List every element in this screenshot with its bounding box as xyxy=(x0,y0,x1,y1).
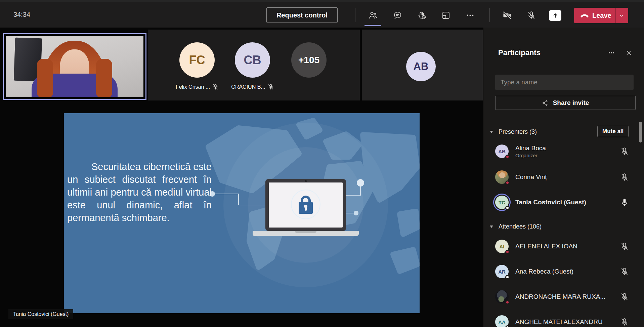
raise-hand-icon xyxy=(417,11,426,20)
status-busy-dot xyxy=(505,300,510,304)
mute-all-button[interactable]: Mute all xyxy=(597,126,629,137)
panel-close-button[interactable] xyxy=(624,48,634,58)
rooms-icon xyxy=(441,11,450,20)
avatar: CB xyxy=(235,42,270,78)
participant-tile-label: CRĂCIUN B... xyxy=(231,84,274,90)
avatar-initials: AB xyxy=(414,60,429,73)
overflow-count-avatar[interactable]: +105 xyxy=(291,42,327,78)
person-hair xyxy=(37,59,53,97)
mic-muted-icon[interactable] xyxy=(620,147,629,156)
share-screen-button[interactable] xyxy=(549,10,561,21)
participant-name: ANDRONACHE MARA RUXA... xyxy=(515,293,620,300)
breakout-rooms-icon-button[interactable] xyxy=(438,7,453,23)
more-actions-button[interactable] xyxy=(463,7,477,23)
avatar-photo xyxy=(495,290,509,303)
participant-name: ANGHEL MATEI ALEXANDRU xyxy=(515,318,620,326)
mic-on-icon[interactable] xyxy=(620,198,629,207)
mic-muted-icon[interactable] xyxy=(620,173,629,181)
overflow-count: +105 xyxy=(298,55,319,66)
participant-row[interactable]: TC Tania Costovici (Guest) xyxy=(483,190,636,214)
scrollbar-thumb[interactable] xyxy=(639,122,642,142)
mic-muted-icon[interactable] xyxy=(620,267,629,276)
share-icon xyxy=(542,99,549,107)
more-dots-icon xyxy=(608,49,615,56)
meeting-stage: FC CB +105 Felix Crisan ... CRĂCIUN B...… xyxy=(0,28,483,327)
chevron-down-icon[interactable] xyxy=(618,12,625,19)
participant-tile-label: Felix Crisan ... xyxy=(176,84,219,90)
avatar-initials: TC xyxy=(499,200,505,205)
meeting-toolbar: 34:34 Request control Leave xyxy=(0,0,644,28)
mic-muted-icon[interactable] xyxy=(620,242,629,251)
panel-more-button[interactable] xyxy=(606,48,616,58)
chevron-down-icon xyxy=(490,131,493,133)
participant-row[interactable]: AA ANGHEL MATEI ALEXANDRU xyxy=(483,310,636,327)
avatar-tile-ab[interactable]: AB xyxy=(362,30,483,100)
participant-name: Alina Boca xyxy=(515,145,620,152)
participant-row[interactable]: AR Ana Rebeca (Guest) xyxy=(483,259,636,284)
presenter-name-overlay: Tania Costovici (Guest) xyxy=(8,309,73,319)
toolbar-divider xyxy=(355,8,355,22)
avatar-speaking: TC xyxy=(495,196,509,209)
avatar: AA xyxy=(495,315,509,327)
participant-name: Ana Rebeca (Guest) xyxy=(515,268,620,275)
participant-name: Tania Costovici (Guest) xyxy=(515,199,620,206)
chat-icon xyxy=(393,11,402,20)
avatar-initials: AR xyxy=(498,269,506,275)
participant-row[interactable]: Corina Vinț xyxy=(483,165,636,189)
avatar-tile-group[interactable]: FC CB +105 Felix Crisan ... CRĂCIUN B... xyxy=(148,30,360,100)
avatar: AI xyxy=(495,240,509,253)
shared-screen-slide: Securitatea cibernetică este un subiect … xyxy=(64,113,420,313)
reactions-icon-button[interactable] xyxy=(414,7,429,23)
share-invite-button[interactable]: Share invite xyxy=(495,96,636,110)
status-dot xyxy=(505,206,510,210)
avatar-photo xyxy=(495,170,509,184)
leave-button[interactable]: Leave xyxy=(574,8,628,23)
avatar: AB xyxy=(495,145,509,158)
camera-toggle-button[interactable] xyxy=(500,7,514,23)
mic-muted-icon xyxy=(268,84,274,90)
upload-arrow-icon xyxy=(552,12,559,19)
avatar-initials: AI xyxy=(500,244,505,249)
status-dot xyxy=(505,275,510,279)
status-busy-dot xyxy=(505,250,510,254)
participants-panel: Participants Share invite Presenters (3)… xyxy=(483,28,644,327)
avatar: AR xyxy=(495,265,509,278)
avatar-initials: AB xyxy=(498,149,506,154)
camera-off-icon xyxy=(503,11,512,20)
active-tab-underline xyxy=(364,25,381,26)
mic-muted-icon[interactable] xyxy=(620,318,629,326)
participant-role: Organizer xyxy=(515,153,620,158)
participants-icon-button[interactable] xyxy=(366,7,380,23)
leave-divider xyxy=(615,8,616,23)
chat-icon-button[interactable] xyxy=(390,7,405,23)
meeting-timer: 34:34 xyxy=(13,2,30,28)
section-label: Attendees (106) xyxy=(499,223,542,230)
phone-hangup-icon xyxy=(580,11,589,20)
participant-name: Felix Crisan ... xyxy=(176,84,210,90)
participant-row[interactable]: AB Alina Boca Organizer xyxy=(483,139,636,163)
self-video-tile[interactable] xyxy=(3,33,146,100)
avatar: FC xyxy=(179,42,215,78)
share-invite-label: Share invite xyxy=(553,99,589,107)
attendees-section-header[interactable]: Attendees (106) xyxy=(483,220,638,233)
leave-label: Leave xyxy=(592,12,611,19)
laptop-webcam-dot xyxy=(305,180,307,182)
more-dots-icon xyxy=(466,11,475,20)
slide-body-text: Securitatea cibernetică este un subiect … xyxy=(67,160,212,224)
lock-keyhole xyxy=(305,207,307,211)
mic-muted-icon[interactable] xyxy=(620,292,629,301)
avatar-initials: CB xyxy=(244,53,261,67)
status-busy-dot xyxy=(505,155,510,159)
participant-name: CRĂCIUN B... xyxy=(231,84,265,90)
presenters-section-header[interactable]: Presenters (3) Mute all xyxy=(483,126,638,138)
search-input[interactable] xyxy=(495,75,634,90)
status-dot xyxy=(505,325,510,327)
section-label: Presenters (3) xyxy=(499,128,537,135)
panel-title: Participants xyxy=(498,48,541,57)
avatar: AB xyxy=(406,52,436,81)
mic-toggle-button[interactable] xyxy=(524,7,539,23)
participant-row[interactable]: AI AELENEI ALEX IOAN xyxy=(483,234,636,258)
participant-row[interactable]: ANDRONACHE MARA RUXA... xyxy=(483,285,636,309)
mic-muted-icon xyxy=(212,84,219,90)
request-control-button[interactable]: Request control xyxy=(266,7,338,23)
